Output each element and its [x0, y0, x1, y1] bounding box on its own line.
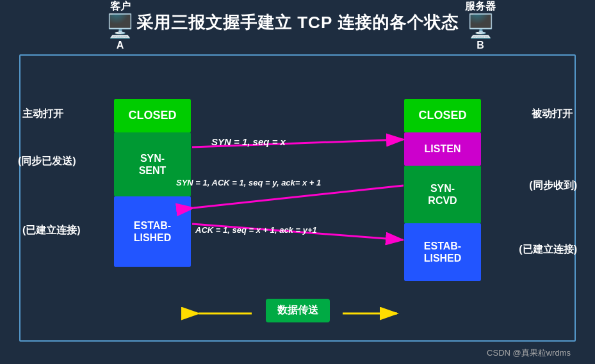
listen-box: LISTEN — [404, 132, 481, 166]
computer-b-icon: 🖥️ — [465, 15, 496, 38]
closed-b-box: CLOSED — [404, 99, 481, 132]
computer-a-icon: 🖥️ — [106, 15, 134, 38]
server-id: B — [465, 40, 496, 51]
client-label: 客户 — [106, 0, 134, 13]
client-id: A — [106, 40, 134, 51]
jianli-r-label: (已建立连接) — [519, 243, 577, 257]
msg1-label: SYN = 1, seq = x — [211, 136, 286, 147]
data-transfer-box: 数据传送 — [266, 299, 330, 322]
syn-rcvd-box: SYN-RCVD — [404, 166, 481, 223]
estab-right-box: ESTAB-LISHED — [404, 223, 481, 281]
msg2-label: SYN = 1, ACK = 1, seq = y, ack= x + 1 — [176, 178, 321, 187]
server-label: 服务器 — [465, 0, 496, 13]
closed-a-box: CLOSED — [114, 99, 191, 132]
page-title: 采用三报文握手建立 TCP 连接的各个状态 — [0, 0, 595, 40]
estab-left-box: ESTAB-LISHED — [114, 196, 191, 267]
main-container: 采用三报文握手建立 TCP 连接的各个状态 客户 🖥️ A 服务器 🖥️ B C… — [0, 0, 595, 364]
watermark: CSDN @真果粒wrdms — [487, 347, 571, 359]
data-transfer-label: 数据传送 — [277, 305, 318, 315]
msg3-label: ACK = 1, seq = x + 1, ack = y+1 — [195, 225, 317, 235]
jianli-l-label: (已建立连接) — [22, 224, 81, 237]
beidong-label: 被动打开 — [532, 107, 573, 121]
computer-a: 客户 🖥️ A — [106, 0, 134, 51]
zhudong-label: 主动打开 — [22, 107, 63, 121]
tongbu-fa-label: (同步已发送) — [18, 155, 76, 168]
tongbu-shou-label: (同步收到) — [529, 179, 577, 193]
computer-b: 服务器 🖥️ B — [465, 0, 496, 51]
